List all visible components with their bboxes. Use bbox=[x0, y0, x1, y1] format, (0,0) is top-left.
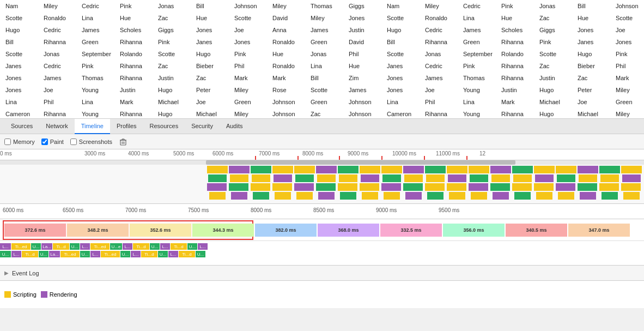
rendering-label: Rendering bbox=[50, 291, 77, 298]
cell-0-10: Nam bbox=[384, 0, 422, 12]
tab-resources[interactable]: Resources bbox=[143, 119, 185, 134]
tab-timeline[interactable]: Timeline bbox=[75, 119, 110, 134]
flame-bar bbox=[556, 166, 576, 173]
cell-4-14: Scotte bbox=[536, 48, 574, 60]
lower-tick-7000: 7000 ms bbox=[125, 207, 146, 213]
cell-8-14: Michael bbox=[536, 96, 574, 108]
flame-bar bbox=[469, 183, 488, 191]
cell-3-7: Ronaldo bbox=[269, 36, 307, 48]
cell-0-4: Jonas bbox=[155, 0, 193, 12]
cell-7-6: Miley bbox=[231, 84, 269, 96]
cell-0-13: Pink bbox=[498, 0, 536, 12]
spreadsheet-col-0: NamScotteHugoBillScotteJanesJonesJonesLi… bbox=[2, 0, 40, 119]
flame-bar bbox=[602, 192, 618, 200]
spreadsheet-col-12: CedricLinaJamesGreenSeptemberPinkThomasY… bbox=[460, 0, 498, 119]
flame-bar bbox=[317, 174, 336, 182]
cell-4-12: September bbox=[460, 48, 498, 60]
paint-checkbox-item[interactable]: Paint bbox=[41, 139, 64, 145]
cell-0-16: Johnson bbox=[612, 0, 644, 12]
spreadsheet-col-10: NamScotteHugoBillScotteJanesJonesJonesLi… bbox=[384, 0, 422, 119]
timing-value-4: 382.0 ms bbox=[255, 224, 317, 237]
tab-security[interactable]: Security bbox=[185, 119, 220, 134]
flame-bar bbox=[272, 183, 292, 191]
flame-bar bbox=[294, 166, 315, 173]
task-bar-item: U... bbox=[150, 243, 160, 250]
flame-bar bbox=[316, 166, 337, 173]
cell-3-5: Janes bbox=[193, 36, 231, 48]
cell-5-14: Zac bbox=[536, 60, 574, 72]
event-log-section: ▶ Event Log bbox=[0, 266, 644, 281]
flame-bar bbox=[536, 192, 552, 200]
task-bar-item: U... bbox=[158, 251, 168, 257]
cell-9-15: Michael bbox=[574, 108, 612, 119]
memory-checkbox-item[interactable]: Memory bbox=[4, 139, 35, 145]
rendering-legend: Rendering bbox=[41, 291, 77, 298]
flame-bar bbox=[622, 174, 641, 182]
task-bar-item: Ti...d bbox=[179, 251, 195, 257]
cell-6-2: Thomas bbox=[78, 72, 117, 84]
cell-6-5: Zac bbox=[193, 72, 231, 84]
cell-6-1: James bbox=[40, 72, 78, 84]
flame-bar bbox=[296, 192, 313, 200]
ruler-tick-10000: 10000 ms bbox=[392, 151, 416, 157]
flame-bar bbox=[578, 166, 598, 173]
cell-7-14: Hugo bbox=[536, 84, 574, 96]
cell-5-4: Zac bbox=[155, 60, 193, 72]
cell-3-13: Rihanna bbox=[498, 36, 536, 48]
task-bar-item: La... bbox=[49, 251, 60, 257]
scripting-color bbox=[4, 291, 11, 298]
cell-9-11: Rihanna bbox=[422, 108, 460, 119]
flame-bar bbox=[471, 192, 487, 200]
cell-8-11: Phil bbox=[422, 96, 460, 108]
flame-bar bbox=[229, 166, 250, 173]
cell-9-14: Hugo bbox=[536, 108, 574, 119]
task-bar-item: Ti...d bbox=[171, 243, 187, 250]
screenshots-checkbox[interactable] bbox=[70, 139, 77, 145]
toolbar: Memory Paint Screenshots bbox=[0, 134, 644, 149]
flame-bar bbox=[447, 166, 467, 173]
ruler-tick-6000: 6000 ms bbox=[212, 151, 233, 157]
flame-bar bbox=[207, 166, 228, 173]
flame-bar bbox=[360, 166, 380, 173]
cell-2-2: James bbox=[78, 24, 117, 36]
spreadsheet-col-11: MileyRonaldoCedricRihannaJonasCedricJame… bbox=[422, 0, 460, 119]
cell-5-8: Lina bbox=[307, 60, 345, 72]
tab-sources[interactable]: Sources bbox=[4, 119, 39, 134]
cell-6-4: Justin bbox=[155, 72, 193, 84]
timing-bars: 372.6 ms348.2 ms352.6 ms344.3 ms382.0 ms… bbox=[0, 219, 644, 241]
flame-bar bbox=[490, 166, 511, 173]
memory-checkbox[interactable] bbox=[4, 139, 11, 145]
cell-4-5: Hugo bbox=[193, 48, 231, 60]
tab-network[interactable]: Network bbox=[39, 119, 74, 134]
tab-profiles[interactable]: Profiles bbox=[110, 119, 143, 134]
cell-6-14: Justin bbox=[536, 72, 574, 84]
spreadsheet-col-4: JonasZacGiggsPinkScotteZacJustinHugoMich… bbox=[155, 0, 193, 119]
cell-3-2: Green bbox=[78, 36, 117, 48]
screenshots-checkbox-item[interactable]: Screenshots bbox=[70, 139, 112, 145]
cell-7-13: Justin bbox=[498, 84, 536, 96]
cell-5-13: Rihanna bbox=[498, 60, 536, 72]
cell-5-2: Pink bbox=[78, 60, 117, 72]
cell-8-7: Johnson bbox=[269, 96, 307, 108]
cell-1-0: Scotte bbox=[2, 12, 40, 24]
tab-audits[interactable]: Audits bbox=[220, 119, 250, 134]
cell-6-11: James bbox=[422, 72, 460, 84]
cell-8-16: Green bbox=[612, 96, 644, 108]
paint-checkbox[interactable] bbox=[41, 139, 48, 145]
flame-bar bbox=[534, 183, 554, 191]
timing-value-3: 344.3 ms bbox=[192, 224, 254, 237]
task-bar-item: U... bbox=[31, 243, 41, 250]
flame-bar bbox=[251, 166, 271, 173]
flame-bar bbox=[623, 192, 640, 200]
spreadsheet-col-8: ThomasMileyJamesGreenJonasLinaBillScotte… bbox=[307, 0, 345, 119]
task-bar-item: La... bbox=[41, 243, 52, 250]
lower-tick-9500: 9500 ms bbox=[439, 207, 459, 213]
scripting-label: Scripting bbox=[13, 291, 37, 298]
cell-4-7: Hue bbox=[269, 48, 307, 60]
cell-8-4: Michael bbox=[155, 96, 193, 108]
ruler-tick-11000: 11000 ms bbox=[436, 151, 460, 157]
cell-1-5: Hue bbox=[193, 12, 231, 24]
clear-button[interactable] bbox=[119, 137, 127, 146]
cell-6-7: Mark bbox=[269, 72, 307, 84]
flame-bar bbox=[381, 183, 401, 191]
